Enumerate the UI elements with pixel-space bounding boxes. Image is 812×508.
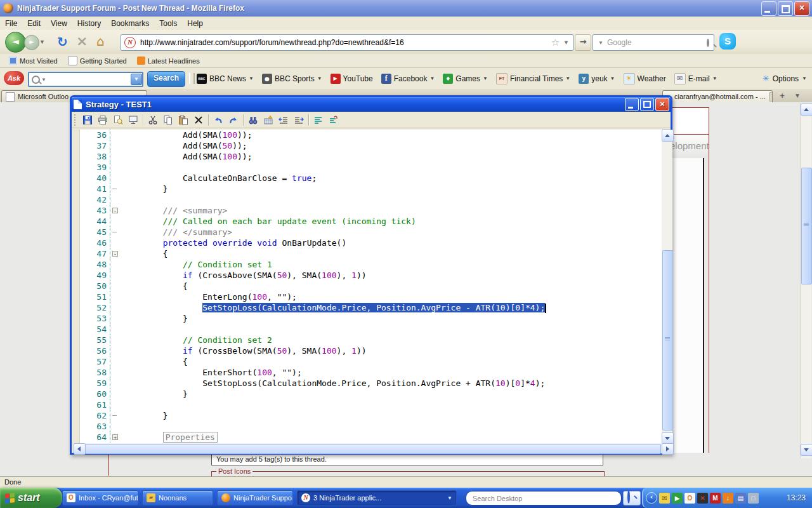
desktop-search-box[interactable] bbox=[466, 491, 622, 505]
print-preview-button[interactable] bbox=[110, 113, 126, 127]
editor-horizontal-scrollbar[interactable] bbox=[74, 443, 672, 453]
scroll-right-button[interactable] bbox=[662, 443, 674, 455]
updater-icon[interactable]: ↓ bbox=[723, 493, 733, 504]
menu-help[interactable]: Help bbox=[182, 17, 208, 30]
web-search-input[interactable] bbox=[606, 37, 707, 48]
ask-link-financial-times[interactable]: FTFinancial Times▼ bbox=[496, 73, 570, 84]
messenger-icon[interactable]: ▶ bbox=[672, 493, 683, 504]
find-button[interactable] bbox=[246, 113, 261, 127]
display-icon[interactable]: □ bbox=[748, 493, 759, 504]
list-all-tabs-icon[interactable]: ▼ bbox=[794, 92, 801, 99]
menu-bookmarks[interactable]: Bookmarks bbox=[106, 17, 154, 30]
collapse-icon[interactable]: - bbox=[112, 251, 118, 257]
cut-button[interactable] bbox=[145, 113, 160, 127]
search-engine-dropdown-icon[interactable]: ▼ bbox=[598, 40, 603, 46]
start-button[interactable]: start bbox=[0, 488, 62, 508]
go-button[interactable]: → bbox=[575, 34, 591, 51]
replace-button[interactable] bbox=[261, 113, 276, 127]
screen-button[interactable] bbox=[126, 113, 141, 127]
back-button[interactable]: ◄ bbox=[5, 32, 26, 53]
page-scrollbar[interactable] bbox=[800, 103, 811, 458]
menu-view[interactable]: View bbox=[46, 17, 72, 30]
firefox-titlebar[interactable]: NinjaTrader Support Forum - Post New Thr… bbox=[0, 0, 812, 17]
url-dropdown-icon[interactable]: ▼ bbox=[562, 39, 573, 46]
scrollbar-thumb[interactable] bbox=[85, 444, 661, 454]
ask-link-bbc-sports[interactable]: ●BBC Sports▼ bbox=[262, 74, 322, 84]
restore-button[interactable] bbox=[778, 1, 793, 16]
home-button[interactable]: ⌂ bbox=[96, 33, 105, 50]
taskbar-button-noonans[interactable]: ▰Noonans bbox=[142, 490, 213, 505]
taskbar-button-3-ninjatrader-applic[interactable]: N3 NinjaTrader applic...▼ bbox=[297, 490, 457, 505]
url-input[interactable] bbox=[139, 37, 549, 48]
collapse-icon[interactable]: - bbox=[112, 208, 118, 213]
menu-tools[interactable]: Tools bbox=[154, 17, 182, 30]
menu-file[interactable]: File bbox=[0, 17, 22, 30]
ask-link-e-mail[interactable]: ✉E-mail▼ bbox=[674, 73, 717, 84]
editor-minimize-button[interactable] bbox=[625, 98, 639, 111]
undo-button[interactable] bbox=[211, 113, 226, 127]
fold-margin[interactable]: - bbox=[110, 248, 121, 259]
comment-button[interactable] bbox=[311, 113, 326, 127]
ask-search-button[interactable]: Search bbox=[147, 71, 185, 87]
scrollbar-thumb[interactable] bbox=[801, 168, 812, 284]
ask-link-bbc-news[interactable]: BBCBBC News▼ bbox=[197, 74, 254, 84]
code-editor[interactable]: 36 Add(SMA(100));37 Add(SMA(50));38 Add(… bbox=[74, 130, 662, 443]
expand-icon[interactable]: + bbox=[112, 434, 118, 440]
reload-button[interactable]: ↻ bbox=[57, 34, 68, 50]
scroll-up-button[interactable] bbox=[662, 130, 674, 142]
indent-button[interactable] bbox=[291, 113, 306, 127]
tab-close-icon[interactable]: ✕ bbox=[769, 92, 773, 102]
bookmark-most-visited[interactable]: Most Visited bbox=[5, 56, 62, 65]
ask-logo-icon[interactable]: Ask bbox=[4, 71, 24, 85]
ask-options[interactable]: ✳ Options ▼ bbox=[763, 68, 807, 89]
antispyware-icon[interactable]: ✕ bbox=[697, 493, 708, 504]
hide-icons-button[interactable]: ‹ bbox=[646, 492, 657, 504]
taskbar-button-inbox-cryan-futur[interactable]: OInbox - CRyan@futur... bbox=[62, 490, 138, 505]
ask-link-youtube[interactable]: ▶YouTube bbox=[331, 74, 373, 84]
ask-search-box[interactable]: ▼ ▼ bbox=[28, 72, 143, 87]
tab-hotmail[interactable]: ciaranfryan@hotmail.com - ... ✕ bbox=[662, 90, 773, 102]
menu-edit[interactable]: Edit bbox=[22, 17, 46, 30]
editor-close-button[interactable]: × bbox=[655, 98, 669, 111]
uncomment-button[interactable] bbox=[326, 113, 341, 127]
new-tab-button[interactable]: + bbox=[776, 91, 788, 101]
copy-button[interactable] bbox=[160, 113, 176, 127]
ask-search-dropdown-icon[interactable]: ▼ bbox=[41, 77, 46, 83]
editor-vertical-scrollbar[interactable] bbox=[662, 130, 672, 443]
stop-button[interactable]: × bbox=[76, 33, 88, 50]
taskbar-clock[interactable]: 13:23 bbox=[787, 493, 812, 502]
bookmark-star-icon[interactable]: ☆ bbox=[549, 37, 562, 48]
mail-icon[interactable]: ✉ bbox=[659, 493, 670, 504]
toolbar-splitter[interactable] bbox=[189, 73, 195, 84]
scrollbar-thumb[interactable] bbox=[662, 250, 673, 431]
ask-link-games[interactable]: ♦Games▼ bbox=[443, 74, 488, 84]
history-dropdown-icon[interactable]: ▼ bbox=[39, 39, 45, 45]
editor-maximize-button[interactable] bbox=[640, 98, 654, 111]
search-magnifier-icon[interactable] bbox=[707, 39, 709, 47]
scroll-up-button[interactable] bbox=[801, 104, 812, 116]
forward-button[interactable]: ► bbox=[24, 35, 39, 50]
scroll-left-button[interactable] bbox=[74, 443, 86, 455]
close-button[interactable]: × bbox=[794, 1, 809, 16]
desktop-search-button[interactable] bbox=[623, 491, 641, 505]
fold-margin[interactable]: + bbox=[110, 432, 121, 443]
delete-button[interactable] bbox=[191, 113, 206, 127]
outlook-icon[interactable]: O bbox=[684, 493, 695, 504]
redo-button[interactable] bbox=[226, 113, 241, 127]
bookmark-latest-headlines[interactable]: Latest Headlines bbox=[133, 56, 204, 65]
url-bar[interactable]: N ☆ ▼ bbox=[121, 34, 573, 51]
search-bar[interactable]: ▼ bbox=[593, 34, 714, 51]
ask-dropdown-button[interactable]: ▼ bbox=[131, 74, 142, 85]
minimize-button[interactable] bbox=[761, 1, 776, 16]
menu-history[interactable]: History bbox=[72, 17, 106, 30]
editor-titlebar[interactable]: Strategy - TEST1 × bbox=[72, 97, 671, 112]
desktop-search-input[interactable] bbox=[466, 494, 607, 503]
toolbar-grip[interactable] bbox=[74, 114, 77, 126]
fold-margin[interactable]: - bbox=[110, 205, 121, 216]
ask-link-facebook[interactable]: fFacebook▼ bbox=[381, 74, 435, 84]
skype-icon[interactable]: S bbox=[719, 33, 736, 50]
taskbar-button-ninjatrader-support[interactable]: NinjaTrader Support ... bbox=[217, 490, 293, 505]
paste-button[interactable] bbox=[176, 113, 191, 127]
print-button[interactable] bbox=[95, 113, 110, 127]
ask-link-weather[interactable]: ☀Weather bbox=[624, 73, 666, 84]
